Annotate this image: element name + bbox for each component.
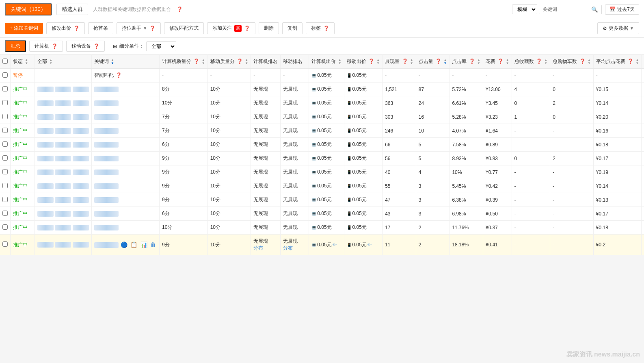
smart-match-question-icon[interactable]: ❓ bbox=[116, 72, 122, 78]
modify-bid-button[interactable]: 修改出价 ❓ bbox=[46, 22, 85, 34]
row-checkbox[interactable] bbox=[2, 241, 8, 247]
search-button[interactable]: 🔍 bbox=[588, 5, 601, 14]
table-row: 推广中 🔵 📋 📊 🗑 9分10分 无展现 分布 无展现 分布 💻 0.05元 … bbox=[0, 235, 644, 255]
modify-match-button[interactable]: 修改匹配方式 bbox=[164, 22, 204, 34]
row-mobile-score: 10分 bbox=[207, 235, 251, 255]
row-checkbox[interactable] bbox=[2, 197, 8, 202]
status-label: 推广中 bbox=[13, 224, 28, 230]
position-helper-chevron-icon: ▼ bbox=[143, 26, 147, 30]
row-checkbox[interactable] bbox=[2, 169, 8, 174]
mobile-bid-value: 0.05元 bbox=[352, 72, 367, 79]
search-type-select[interactable]: 模糊 精确 bbox=[512, 4, 537, 14]
row-cart: - bbox=[550, 165, 594, 179]
refined-tab[interactable]: 精选人群 bbox=[56, 4, 88, 15]
row-avg-rank: 7 bbox=[642, 96, 644, 110]
hint-question-icon[interactable]: ❓ bbox=[177, 7, 183, 12]
mobile-bid-cell: 📱 0.05元 bbox=[347, 127, 380, 134]
add-watch-button[interactable]: 添加关注 新 ❓ bbox=[207, 22, 255, 34]
mobile-bid-icon: 📱 bbox=[347, 211, 352, 216]
row-checkbox[interactable] bbox=[2, 183, 8, 188]
status-label: 推广中 bbox=[13, 141, 28, 147]
all-block-3 bbox=[73, 170, 89, 175]
row-status: 推广中 bbox=[11, 83, 35, 96]
table-row: 推广中 7分10分无展现无展现 💻 0.05元 📱 0.05元 246104.0… bbox=[0, 124, 644, 138]
keyword-action-icon-4[interactable]: 🗑 bbox=[150, 241, 156, 248]
mobile-bid-sort-icons: ▲▼ bbox=[376, 59, 380, 65]
all-block-3 bbox=[73, 156, 89, 161]
row-checkbox[interactable] bbox=[2, 72, 8, 78]
row-checkbox[interactable] bbox=[2, 86, 8, 91]
filter-select[interactable]: 全部 bbox=[146, 41, 176, 51]
row-avg-cost: ¥0.17 bbox=[593, 152, 642, 165]
row-pc-rank: 无展现 bbox=[251, 124, 281, 138]
row-pc-score: 9分 bbox=[160, 179, 208, 193]
row-checkbox[interactable] bbox=[2, 155, 8, 161]
pc-bid-icon: 💻 bbox=[311, 101, 316, 105]
position-helper-button[interactable]: 抢位助手 ▼ ❓ bbox=[117, 22, 161, 34]
keyword-action-icon-2[interactable]: 📋 bbox=[130, 241, 137, 248]
tag-button[interactable]: 标签 ❓ bbox=[306, 22, 335, 34]
table-row: 推广中 6分10分无展现无展现 💻 0.05元 📱 0.05元 6657.58%… bbox=[0, 138, 644, 152]
mobile-bid-edit-icon[interactable]: ✏ bbox=[367, 242, 372, 248]
mobile-score-sort-icons: ▲▼ bbox=[245, 59, 248, 65]
tag-question-icon: ❓ bbox=[323, 26, 329, 31]
select-all-checkbox[interactable] bbox=[2, 59, 8, 64]
keyword-action-icon-1[interactable]: 🔵 bbox=[121, 241, 128, 248]
grab-first-button[interactable]: 抢首条 bbox=[88, 22, 113, 34]
row-pc-rank: 无展现 分布 bbox=[251, 235, 281, 255]
pc-bid-value: 0.05元 bbox=[317, 127, 331, 134]
row-mobile-score: - bbox=[207, 69, 251, 83]
search-input[interactable] bbox=[539, 5, 588, 13]
tab-mobile[interactable]: 移动设备 ❓ bbox=[66, 41, 105, 52]
copy-button[interactable]: 复制 bbox=[282, 22, 303, 34]
all-block-3 bbox=[73, 87, 89, 92]
row-clicks: 10 bbox=[416, 124, 450, 138]
pc-bid-icon: 💻 bbox=[311, 243, 316, 247]
table-row: 暂停 智能匹配 ❓ ---- 💻 0.05元 📱 0.05元 -------- bbox=[0, 69, 644, 83]
row-checkbox[interactable] bbox=[2, 128, 8, 133]
row-checkbox[interactable] bbox=[2, 211, 8, 216]
row-pc-bid: 💻 0.05元 bbox=[309, 179, 344, 193]
tab-computer[interactable]: 计算机 ❓ bbox=[29, 41, 63, 52]
row-clicks: 3 bbox=[416, 179, 450, 193]
row-pc-rank: 无展现 bbox=[251, 179, 281, 193]
row-mobile-bid: 📱 0.05元 bbox=[344, 83, 383, 96]
avg-cost-question-icon: ❓ bbox=[627, 59, 633, 64]
row-checkbox[interactable] bbox=[2, 100, 8, 105]
pc-bid-cell: 💻 0.05元 bbox=[311, 224, 341, 231]
more-data-button[interactable]: ⚙ 更多数据 ▼ bbox=[597, 22, 639, 34]
row-checkbox[interactable] bbox=[2, 224, 8, 230]
row-checkbox[interactable] bbox=[2, 141, 8, 147]
row-ctr: 18.18% bbox=[450, 235, 483, 255]
row-ctr: 6.98% bbox=[450, 207, 483, 221]
all-block-1 bbox=[37, 211, 54, 217]
pc-bid-value: 0.05元 bbox=[317, 72, 331, 79]
keyword-tab[interactable]: 关键词（130） bbox=[5, 3, 52, 15]
cost-question-icon: ❓ bbox=[497, 59, 504, 64]
date-filter-button[interactable]: 📅 过去7天 bbox=[605, 4, 639, 15]
mobile-bid-icon: 📱 bbox=[347, 142, 352, 147]
keyword-blurred bbox=[94, 225, 119, 230]
row-cost: ¥0.77 bbox=[483, 165, 512, 179]
pc-bid-value: 0.05元 bbox=[317, 141, 331, 148]
row-favorites: 1 bbox=[512, 110, 550, 124]
row-pc-bid: 💻 0.05元 bbox=[309, 83, 344, 96]
row-status: 推广中 bbox=[11, 235, 35, 255]
delete-button[interactable]: 删除 bbox=[259, 22, 279, 34]
tab-summary[interactable]: 汇总 bbox=[5, 40, 26, 52]
tab-bar: 汇总 计算机 ❓ 移动设备 ❓ ⊞ 细分条件： 全部 bbox=[0, 38, 644, 55]
row-pc-rank: 无展现 bbox=[251, 83, 281, 96]
row-impressions: 1,521 bbox=[383, 83, 416, 96]
row-avg-rank: 12 bbox=[642, 193, 644, 207]
table-body: 暂停 智能匹配 ❓ ---- 💻 0.05元 📱 0.05元 -------- … bbox=[0, 69, 644, 255]
row-checkbox[interactable] bbox=[2, 114, 8, 119]
status-label: 推广中 bbox=[13, 86, 28, 92]
keyword-action-icon-3[interactable]: 📊 bbox=[140, 241, 147, 248]
pc-rank-distribute[interactable]: 分布 bbox=[253, 245, 278, 252]
more-data-label: 更多数据 bbox=[609, 25, 628, 32]
add-keyword-button[interactable]: + 添加关键词 bbox=[5, 23, 43, 34]
mobile-score-question-icon: ❓ bbox=[237, 59, 243, 64]
mobile-bid-cell: 📱 0.05元 bbox=[347, 86, 380, 93]
mobile-rank-distribute[interactable]: 分布 bbox=[283, 245, 306, 252]
pc-bid-edit-icon[interactable]: ✏ bbox=[333, 242, 337, 248]
